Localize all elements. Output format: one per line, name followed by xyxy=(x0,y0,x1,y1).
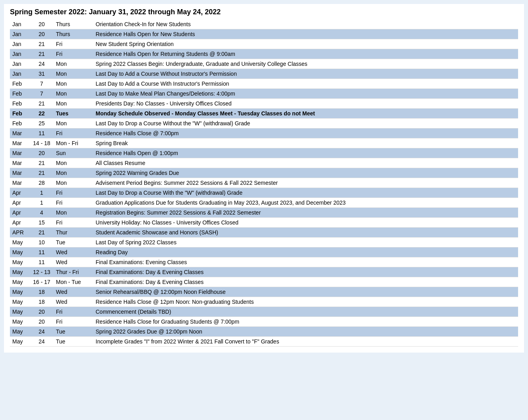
month-cell: May xyxy=(10,317,30,327)
day-cell: Wed xyxy=(54,297,93,307)
date-cell: 20 xyxy=(30,307,54,317)
month-cell: May xyxy=(10,277,30,287)
description-cell: University Holiday: No Classes - Univers… xyxy=(93,218,518,228)
description-cell: Spring 2022 Warning Grades Due xyxy=(93,168,518,178)
month-cell: May xyxy=(10,307,30,317)
day-cell: Thur xyxy=(54,228,93,238)
table-row: Jan21FriResidence Halls Open for Returni… xyxy=(10,49,518,59)
main-container: Spring Semester 2022: January 31, 2022 t… xyxy=(4,4,524,353)
date-cell: 21 xyxy=(30,168,54,178)
table-row: Mar11FriResidence Halls Close @ 7:00pm xyxy=(10,128,518,138)
month-cell: Apr xyxy=(10,198,30,208)
description-cell: Last Day to Add a Course With Instructor… xyxy=(93,79,518,89)
description-cell: Reading Day xyxy=(93,247,518,257)
month-cell: May xyxy=(10,337,30,347)
date-cell: 21 xyxy=(30,158,54,168)
month-cell: Mar xyxy=(10,128,30,138)
description-cell: Residence Halls Close @ 7:00pm xyxy=(93,128,518,138)
table-row: May20FriResidence Halls Close for Gradua… xyxy=(10,317,518,327)
table-row: Feb22TuesMonday Schedule Observed - Mond… xyxy=(10,109,518,119)
month-cell: May xyxy=(10,297,30,307)
date-cell: 7 xyxy=(30,89,54,99)
day-cell: Fri xyxy=(54,198,93,208)
description-cell: Residence Halls Close for Graduating Stu… xyxy=(93,317,518,327)
description-cell: All Classes Resume xyxy=(93,158,518,168)
table-row: May20FriCommencement (Details TBD) xyxy=(10,307,518,317)
day-cell: Tue xyxy=(54,327,93,337)
date-cell: 21 xyxy=(30,99,54,109)
schedule-table: Jan20ThursOrientation Check-In for New S… xyxy=(10,19,518,347)
table-row: May18WedSenior Rehearsal/BBQ @ 12:00pm N… xyxy=(10,287,518,297)
description-cell: Spring 2022 Grades Due @ 12:00pm Noon xyxy=(93,327,518,337)
table-row: Mar28MonAdvisement Period Begins: Summer… xyxy=(10,178,518,188)
day-cell: Mon - Fri xyxy=(54,138,93,148)
date-cell: 31 xyxy=(30,69,54,79)
day-cell: Mon xyxy=(54,119,93,128)
date-cell: 24 xyxy=(30,337,54,347)
month-cell: Feb xyxy=(10,109,30,119)
description-cell: Spring Break xyxy=(93,138,518,148)
day-cell: Mon xyxy=(54,59,93,69)
date-cell: 24 xyxy=(30,59,54,69)
day-cell: Mon - Tue xyxy=(54,277,93,287)
description-cell: Incomplete Grades "I" from 2022 Winter &… xyxy=(93,337,518,347)
table-row: May16 - 17Mon - TueFinal Examinations: D… xyxy=(10,277,518,287)
day-cell: Mon xyxy=(54,79,93,89)
date-cell: 7 xyxy=(30,79,54,89)
description-cell: Graduation Applications Due for Students… xyxy=(93,198,518,208)
date-cell: 28 xyxy=(30,178,54,188)
description-cell: Final Examinations: Evening Classes xyxy=(93,257,518,267)
page-title: Spring Semester 2022: January 31, 2022 t… xyxy=(10,8,518,16)
description-cell: Residence Halls Close @ 12pm Noon: Non-g… xyxy=(93,297,518,307)
description-cell: Last Day to Drop a Course Without the "W… xyxy=(93,119,518,128)
description-cell: Residence Halls Open for New Students xyxy=(93,29,518,39)
date-cell: 20 xyxy=(30,29,54,39)
day-cell: Mon xyxy=(54,89,93,99)
month-cell: May xyxy=(10,257,30,267)
description-cell: Final Examinations: Day & Evening Classe… xyxy=(93,277,518,287)
month-cell: Apr xyxy=(10,218,30,228)
table-row: Feb7MonLast Day to Make Meal Plan Change… xyxy=(10,89,518,99)
day-cell: Thurs xyxy=(54,29,93,39)
month-cell: Apr xyxy=(10,188,30,198)
day-cell: Mon xyxy=(54,178,93,188)
day-cell: Thurs xyxy=(54,19,93,29)
description-cell: Spring 2022 Classes Begin: Undergraduate… xyxy=(93,59,518,69)
month-cell: Mar xyxy=(10,158,30,168)
day-cell: Fri xyxy=(54,39,93,49)
day-cell: Mon xyxy=(54,208,93,218)
day-cell: Mon xyxy=(54,69,93,79)
date-cell: 25 xyxy=(30,119,54,128)
description-cell: Commencement (Details TBD) xyxy=(93,307,518,317)
day-cell: Tue xyxy=(54,238,93,247)
date-cell: 12 - 13 xyxy=(30,267,54,277)
table-row: Mar21MonAll Classes Resume xyxy=(10,158,518,168)
day-cell: Sun xyxy=(54,148,93,158)
day-cell: Mon xyxy=(54,99,93,109)
table-row: May11WedReading Day xyxy=(10,247,518,257)
date-cell: 20 xyxy=(30,148,54,158)
day-cell: Fri xyxy=(54,49,93,59)
day-cell: Tues xyxy=(54,109,93,119)
date-cell: 1 xyxy=(30,198,54,208)
description-cell: Last Day to Drop a Course With the "W" (… xyxy=(93,188,518,198)
description-cell: Student Academic Showcase and Honors (SA… xyxy=(93,228,518,238)
table-row: Feb25MonLast Day to Drop a Course Withou… xyxy=(10,119,518,128)
date-cell: 24 xyxy=(30,327,54,337)
month-cell: Feb xyxy=(10,119,30,128)
table-row: Jan20ThursOrientation Check-In for New S… xyxy=(10,19,518,29)
day-cell: Wed xyxy=(54,287,93,297)
day-cell: Tue xyxy=(54,337,93,347)
month-cell: Mar xyxy=(10,148,30,158)
date-cell: 11 xyxy=(30,247,54,257)
table-row: Mar21MonSpring 2022 Warning Grades Due xyxy=(10,168,518,178)
date-cell: 10 xyxy=(30,238,54,247)
description-cell: Final Examinations: Day & Evening Classe… xyxy=(93,267,518,277)
date-cell: 11 xyxy=(30,257,54,267)
description-cell: Presidents Day: No Classes - University … xyxy=(93,99,518,109)
description-cell: Last Day of Spring 2022 Classes xyxy=(93,238,518,247)
table-row: Jan31MonLast Day to Add a Course Without… xyxy=(10,69,518,79)
date-cell: 21 xyxy=(30,49,54,59)
date-cell: 22 xyxy=(30,109,54,119)
table-row: May24TueSpring 2022 Grades Due @ 12:00pm… xyxy=(10,327,518,337)
